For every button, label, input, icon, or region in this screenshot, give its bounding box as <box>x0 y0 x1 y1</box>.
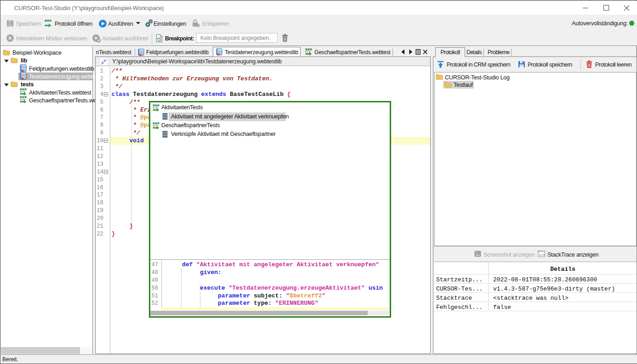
svg-text:</>: </> <box>539 253 545 257</box>
svg-text:</>: </> <box>140 50 144 54</box>
svg-text:</>: </> <box>22 66 27 69</box>
svg-text:</>: </> <box>22 74 27 77</box>
svg-text:</>: </> <box>218 50 222 53</box>
